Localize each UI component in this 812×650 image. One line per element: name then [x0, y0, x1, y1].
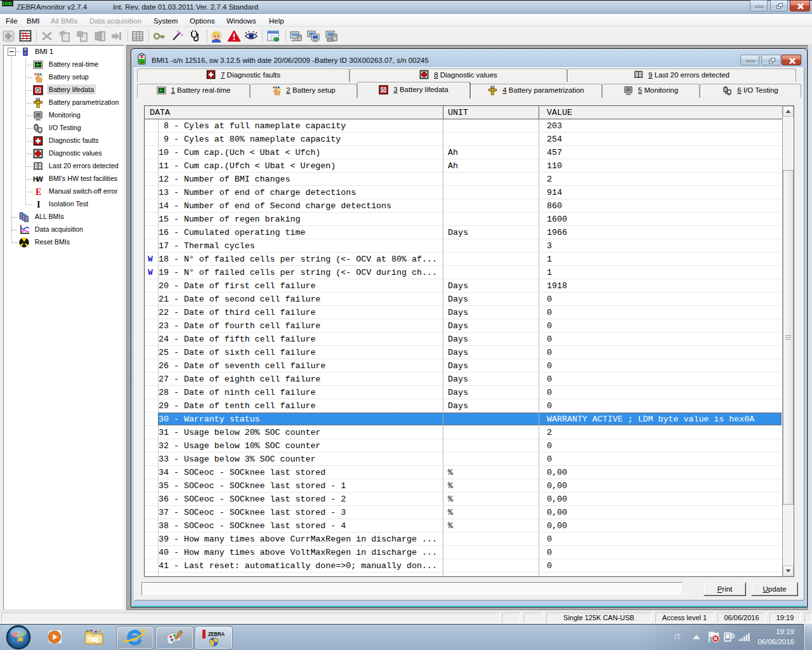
svg-text:HW: HW [33, 175, 43, 183]
svg-text:E: E [36, 187, 41, 197]
svg-text:I: I [37, 200, 40, 209]
